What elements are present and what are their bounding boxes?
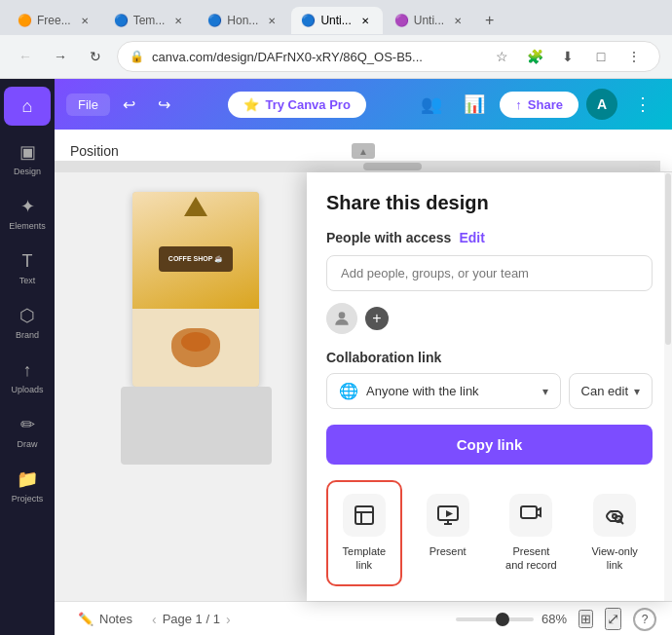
sidebar-item-elements[interactable]: ✦ Elements <box>4 188 51 239</box>
template-link-icon <box>343 494 386 537</box>
svg-marker-7 <box>446 510 453 517</box>
help-button[interactable]: ? <box>633 608 656 631</box>
avatar-button[interactable]: A <box>586 89 617 120</box>
lock-icon: 🔒 <box>130 50 144 63</box>
home-button[interactable]: ⌂ <box>4 87 51 126</box>
browser-tab-2[interactable]: 🔵 Tem... ✕ <box>104 7 197 34</box>
sidebar-item-label-text: Text <box>19 276 36 285</box>
scroll-bar-bottom[interactable] <box>55 161 660 172</box>
extensions-button[interactable]: 🧩 <box>521 43 548 70</box>
tab-label-2: Tem... <box>133 14 166 27</box>
person-avatar <box>326 303 357 334</box>
panel-scrollbar[interactable] <box>664 172 672 601</box>
share-option-present-record[interactable]: Present and record <box>494 480 570 586</box>
tab-close-1[interactable]: ✕ <box>77 13 93 28</box>
link-access-dropdown[interactable]: 🌐 Anyone with the link ▾ <box>326 373 561 409</box>
share-panel: Share this design People with access Edi… <box>307 172 672 601</box>
notes-button[interactable]: ✏️ Notes <box>70 608 140 630</box>
zoom-thumb[interactable] <box>496 613 509 626</box>
url-bar[interactable]: 🔒 canva.com/design/DAFrNX0-xRY/86Q_OS-B5… <box>117 41 660 72</box>
overlay: Share this design People with access Edi… <box>55 172 672 601</box>
panel-scroll-thumb[interactable] <box>665 173 671 345</box>
redo-button[interactable]: ↪ <box>149 89 180 120</box>
sidebar-item-uploads[interactable]: ↑ Uploads <box>4 352 51 402</box>
sidebar-item-draw[interactable]: ✏ Draw <box>4 406 51 457</box>
notes-label: Notes <box>99 612 132 626</box>
view-only-icon <box>593 494 636 537</box>
home-icon: ⌂ <box>22 96 33 117</box>
copy-link-button[interactable]: Copy link <box>326 425 653 465</box>
browser-tab-1[interactable]: 🟠 Free... ✕ <box>8 7 102 34</box>
analytics-button[interactable]: 📊 <box>457 87 492 122</box>
tab-close-5[interactable]: ✕ <box>450 13 466 28</box>
new-tab-button[interactable]: + <box>477 8 502 33</box>
share-option-template[interactable]: Template link <box>326 480 402 586</box>
download-button[interactable]: ⬇ <box>554 43 581 70</box>
star-icon: ⭐ <box>243 97 259 112</box>
top-toolbar: File ↩ ↪ ⭐ Try Canva Pro 👥 📊 ↑ Share A ⋮ <box>55 79 672 130</box>
bookmark-button[interactable]: ☆ <box>488 43 515 70</box>
zoom-slider[interactable] <box>456 617 534 621</box>
sidebar-item-brand[interactable]: ⬡ Brand <box>4 297 51 348</box>
more-options-button[interactable]: ⋮ <box>625 87 660 122</box>
permission-chevron-icon: ▾ <box>634 385 640 398</box>
undo-button[interactable]: ↩ <box>114 89 145 120</box>
tab-close-2[interactable]: ✕ <box>170 13 186 28</box>
back-button[interactable]: ← <box>12 43 39 70</box>
page-left-arrow[interactable]: ‹ <box>152 612 157 627</box>
uploads-icon: ↑ <box>23 360 32 381</box>
browser-tab-4[interactable]: 🔵 Unti... ✕ <box>291 7 382 34</box>
add-person-button[interactable]: + <box>365 307 389 330</box>
page-navigation: ‹ Page 1 / 1 › <box>152 612 231 627</box>
scroll-thumb-h[interactable] <box>363 163 422 170</box>
people-button[interactable]: 👥 <box>414 87 449 122</box>
menu-button[interactable]: ⋮ <box>620 43 648 70</box>
present-icon <box>427 494 469 537</box>
link-access-label: Anyone with the link <box>366 384 535 398</box>
projects-icon: 📁 <box>17 468 38 490</box>
expand-button[interactable]: ▲ <box>352 143 375 159</box>
forward-button[interactable]: → <box>47 43 74 70</box>
status-bar: ✏️ Notes ‹ Page 1 / 1 › 68% ⊞ ⤢ ? <box>55 601 672 635</box>
template-link-label: Template link <box>336 544 392 573</box>
page-right-arrow[interactable]: › <box>226 612 231 627</box>
notes-pencil-icon: ✏️ <box>78 612 93 626</box>
view-only-label: View-only link <box>586 544 643 573</box>
browser-chrome: 🟠 Free... ✕ 🔵 Tem... ✕ 🔵 Hon... ✕ 🔵 Unti… <box>0 0 672 79</box>
sidebar-item-label-brand: Brand <box>16 330 39 340</box>
permission-dropdown[interactable]: Can edit ▾ <box>569 373 653 409</box>
sidebar-item-label-uploads: Uploads <box>11 385 43 394</box>
svg-rect-8 <box>521 506 537 518</box>
globe-icon: 🌐 <box>339 382 358 400</box>
tab-close-3[interactable]: ✕ <box>264 13 280 28</box>
svg-rect-1 <box>355 506 373 524</box>
svg-marker-9 <box>537 508 541 516</box>
tab-favicon-3: 🔵 <box>207 14 221 27</box>
browser-tab-5[interactable]: 🟣 Unti... ✕ <box>385 7 475 34</box>
share-option-present[interactable]: Present <box>410 480 486 586</box>
sidebar-item-projects[interactable]: 📁 Projects <box>4 461 51 511</box>
try-pro-button[interactable]: ⭐ Try Canva Pro <box>228 92 365 118</box>
tab-close-4[interactable]: ✕ <box>357 13 373 28</box>
sidebar-item-text[interactable]: T Text <box>4 243 51 293</box>
sidebar-item-label-elements: Elements <box>9 221 46 231</box>
browser-tab-3[interactable]: 🔵 Hon... ✕ <box>198 7 289 34</box>
share-option-view-only[interactable]: View-only link <box>577 480 653 586</box>
url-actions: ☆ 🧩 ⬇ □ ⋮ <box>488 43 648 70</box>
present-record-label: Present and record <box>504 544 560 573</box>
share-button[interactable]: ↑ Share <box>500 92 579 118</box>
file-button[interactable]: File <box>66 93 110 116</box>
sidebar-item-design[interactable]: ▣ Design <box>4 133 51 184</box>
toolbar-left: File ↩ ↪ <box>66 89 180 120</box>
tab-label-3: Hon... <box>227 14 258 27</box>
edit-access-link[interactable]: Edit <box>459 230 484 245</box>
refresh-button[interactable]: ↻ <box>82 43 109 70</box>
toolbar-right: 👥 📊 ↑ Share A ⋮ <box>414 87 660 122</box>
people-input[interactable] <box>326 255 653 291</box>
design-icon: ▣ <box>19 141 36 163</box>
tab-favicon-5: 🟣 <box>394 14 408 27</box>
view-grid-button[interactable]: ⊞ <box>579 610 593 628</box>
profile-button[interactable]: □ <box>587 43 615 70</box>
sidebar-item-label-projects: Projects <box>12 494 44 504</box>
fullscreen-button[interactable]: ⤢ <box>605 608 621 630</box>
